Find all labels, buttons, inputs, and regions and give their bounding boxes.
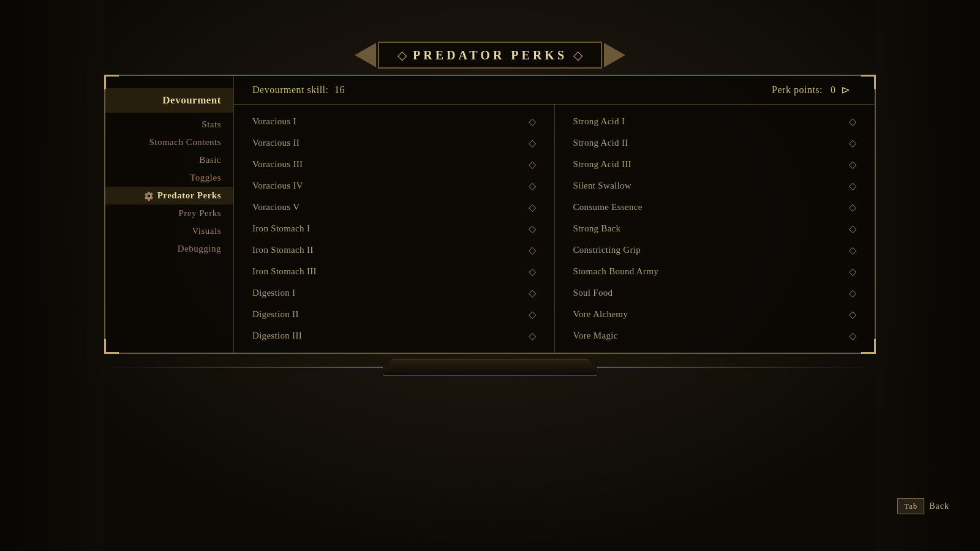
perk-row[interactable]: Voracious II ◇ [246, 132, 542, 154]
bottom-bar-line-right [597, 367, 876, 368]
perk-diamond-icon: ◇ [849, 180, 856, 192]
perk-row[interactable]: Consume Essence ◇ [567, 197, 863, 218]
bottom-bar-center [383, 359, 597, 376]
perk-row[interactable]: Digestion III ◇ [246, 325, 542, 347]
perk-diamond-icon: ◇ [849, 330, 856, 342]
bottom-bar [104, 359, 876, 376]
content-header: Devourment skill: 16 Perk points: 0 ⊳ [234, 76, 875, 105]
title-arrow-left-decoration [355, 43, 376, 67]
perk-diamond-icon: ◇ [849, 137, 856, 149]
gear-icon [144, 191, 154, 201]
perk-row[interactable]: Vore Magic ◇ [567, 325, 863, 347]
title-diamond-left: ◇ [398, 48, 407, 62]
perk-row[interactable]: Voracious V ◇ [246, 197, 542, 218]
perk-row[interactable]: Voracious I ◇ [246, 111, 542, 132]
perk-points-icon: ⊳ [841, 83, 851, 97]
title-diamond-right: ◇ [573, 48, 582, 62]
perk-row[interactable]: Digestion II ◇ [246, 304, 542, 325]
sidebar-item-stomach-contents[interactable]: Stomach Contents [105, 133, 233, 151]
perk-row[interactable]: Voracious III ◇ [246, 154, 542, 175]
sidebar-section-header[interactable]: Devourment [105, 88, 233, 113]
perk-row[interactable]: Vore Alchemy ◇ [567, 304, 863, 325]
perk-row[interactable]: Silent Swallow ◇ [567, 175, 863, 197]
skill-label: Devourment skill: 16 [252, 84, 345, 96]
perk-diamond-icon: ◇ [529, 201, 536, 213]
page-title: PREDATOR PERKS [413, 48, 567, 62]
tab-key-label[interactable]: Tab [897, 498, 924, 514]
right-perk-column: Strong Acid I ◇ Strong Acid II ◇ Strong … [555, 105, 875, 353]
perk-diamond-icon: ◇ [849, 309, 856, 320]
left-perk-column: Voracious I ◇ Voracious II ◇ Voracious I… [234, 105, 555, 353]
perk-points-display: Perk points: 0 ⊳ [772, 83, 850, 97]
perk-diamond-icon: ◇ [529, 287, 536, 299]
perk-diamond-icon: ◇ [529, 309, 536, 320]
perk-row[interactable]: Strong Acid III ◇ [567, 154, 863, 175]
perk-diamond-icon: ◇ [529, 180, 536, 192]
main-container: ◇ PREDATOR PERKS ◇ Devourment Stats Stom… [104, 37, 876, 478]
main-panel: Devourment Stats Stomach Contents Basic … [104, 75, 876, 354]
sidebar-item-predator-perks-label: Predator Perks [157, 190, 221, 201]
perk-row[interactable]: Iron Stomach I ◇ [246, 218, 542, 239]
sidebar-item-basic[interactable]: Basic [105, 151, 233, 169]
perk-diamond-icon: ◇ [849, 244, 856, 256]
perk-diamond-icon: ◇ [529, 116, 536, 127]
sidebar-item-prey-perks[interactable]: Prey Perks [105, 204, 233, 222]
perk-row[interactable]: Voracious IV ◇ [246, 175, 542, 197]
sidebar-item-predator-perks[interactable]: Predator Perks [105, 187, 233, 204]
title-arrow-right-decoration [604, 43, 625, 67]
sidebar-item-stats[interactable]: Stats [105, 116, 233, 133]
corner-bl-decoration [104, 339, 119, 354]
perk-row[interactable]: Constricting Grip ◇ [567, 239, 863, 261]
perk-row[interactable]: Strong Acid I ◇ [567, 111, 863, 132]
perk-row[interactable]: Iron Stomach II ◇ [246, 239, 542, 261]
corner-tl-decoration [104, 75, 119, 89]
title-panel: ◇ PREDATOR PERKS ◇ [104, 37, 876, 73]
perk-diamond-icon: ◇ [849, 223, 856, 234]
back-button-container: Tab Back [897, 498, 949, 514]
perk-row[interactable]: Strong Back ◇ [567, 218, 863, 239]
perk-diamond-icon: ◇ [849, 266, 856, 277]
corner-tr-decoration [861, 75, 876, 89]
perk-diamond-icon: ◇ [529, 330, 536, 342]
sidebar-item-visuals[interactable]: Visuals [105, 222, 233, 240]
perk-row[interactable]: Strong Acid II ◇ [567, 132, 863, 154]
perk-diamond-icon: ◇ [529, 137, 536, 149]
perk-row[interactable]: Iron Stomach III ◇ [246, 261, 542, 282]
back-action-label: Back [929, 501, 949, 511]
perk-diamond-icon: ◇ [529, 266, 536, 277]
bottom-bar-line-left [104, 367, 383, 368]
perk-diamond-icon: ◇ [529, 244, 536, 256]
perk-diamond-icon: ◇ [529, 223, 536, 234]
perks-area: Voracious I ◇ Voracious II ◇ Voracious I… [234, 105, 875, 353]
corner-br-decoration [861, 339, 876, 354]
perk-diamond-icon: ◇ [849, 159, 856, 170]
sidebar-item-toggles[interactable]: Toggles [105, 169, 233, 187]
perk-row[interactable]: Digestion I ◇ [246, 282, 542, 304]
perk-row[interactable]: Soul Food ◇ [567, 282, 863, 304]
title-inner: ◇ PREDATOR PERKS ◇ [378, 42, 602, 69]
sidebar: Devourment Stats Stomach Contents Basic … [105, 76, 234, 353]
perk-diamond-icon: ◇ [529, 159, 536, 170]
perk-diamond-icon: ◇ [849, 116, 856, 127]
content-area: Devourment skill: 16 Perk points: 0 ⊳ Vo… [234, 76, 875, 353]
perk-diamond-icon: ◇ [849, 201, 856, 213]
sidebar-item-debugging[interactable]: Debugging [105, 240, 233, 258]
perk-diamond-icon: ◇ [849, 287, 856, 299]
perk-row[interactable]: Stomach Bound Army ◇ [567, 261, 863, 282]
